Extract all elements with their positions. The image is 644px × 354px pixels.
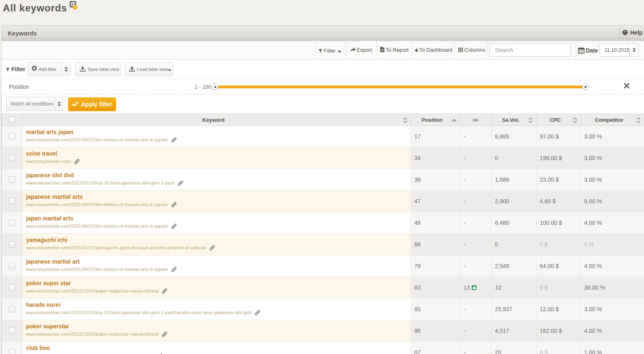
- svg-text:?: ?: [74, 5, 77, 9]
